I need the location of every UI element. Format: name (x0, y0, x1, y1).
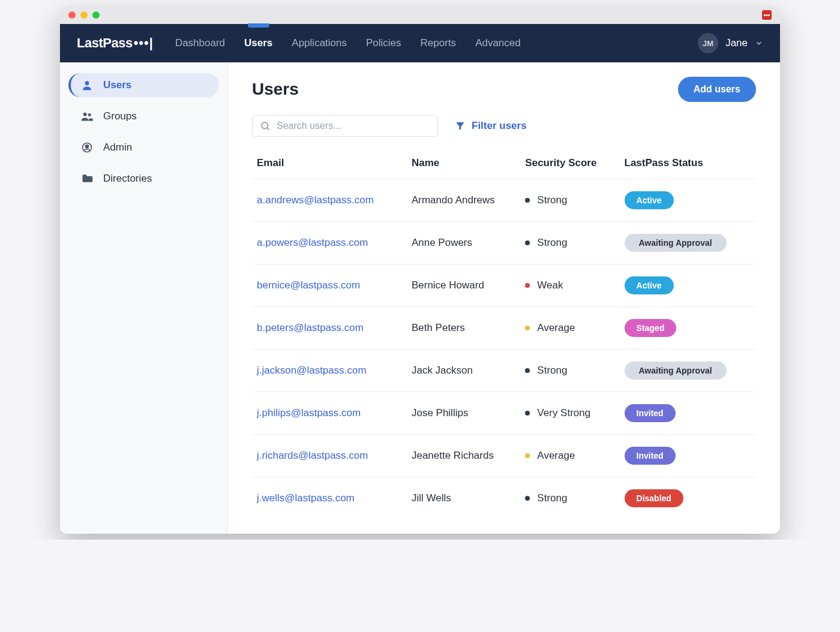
score-label: Average (537, 450, 575, 462)
svg-point-1 (83, 113, 87, 116)
nav-items: DashboardUsersApplicationsPoliciesReport… (175, 25, 521, 61)
search-icon (260, 121, 271, 131)
status-badge: Invited (625, 404, 676, 422)
filter-users-button[interactable]: Filter users (455, 120, 527, 132)
user-menu[interactable]: JM Jane (698, 33, 763, 53)
column-header[interactable]: Name (407, 151, 520, 179)
avatar: JM (698, 33, 718, 53)
sidebar: UsersGroupsAdminDirectories (60, 62, 228, 534)
user-email-link[interactable]: a.andrews@lastpass.com (257, 194, 374, 206)
score-dot-icon (525, 240, 530, 245)
admin-icon (80, 142, 94, 154)
security-score: Average (525, 450, 614, 462)
nav-item-advanced[interactable]: Advanced (475, 25, 521, 61)
filter-label: Filter users (472, 120, 527, 132)
app-window: ••• LastPass•••| DashboardUsersApplicati… (60, 6, 780, 534)
user-email-link[interactable]: a.powers@lastpass.com (257, 237, 368, 248)
score-dot-icon (525, 411, 530, 416)
user-email-link[interactable]: j.philips@lastpass.com (257, 407, 361, 419)
status-badge: Invited (625, 447, 676, 465)
sidebar-item-label: Admin (103, 142, 132, 154)
table-row[interactable]: bernice@lastpass.comBernice HowardWeakAc… (252, 264, 756, 307)
sidebar-item-label: Groups (103, 110, 137, 122)
page-title: Users (252, 80, 299, 99)
svg-point-0 (85, 81, 89, 85)
table-row[interactable]: j.jackson@lastpass.comJack JacksonStrong… (252, 350, 756, 392)
score-dot-icon (525, 198, 530, 203)
user-email-link[interactable]: bernice@lastpass.com (257, 279, 360, 291)
user-email-link[interactable]: j.jackson@lastpass.com (257, 365, 367, 376)
score-dot-icon (525, 496, 530, 501)
status-badge: Awaiting Approval (625, 234, 727, 252)
users-icon (80, 110, 94, 122)
score-dot-icon (525, 283, 530, 288)
user-name: Armando Andrews (407, 179, 520, 222)
nav-item-dashboard[interactable]: Dashboard (175, 25, 225, 61)
svg-point-4 (86, 145, 89, 148)
status-badge: Active (625, 191, 674, 209)
user-name: Anne Powers (407, 222, 520, 264)
main-content: Users Add users Filter users EmailNameSe… (228, 62, 780, 534)
lastpass-extension-icon[interactable]: ••• (762, 10, 772, 20)
folder-icon (80, 173, 94, 185)
sidebar-item-directories[interactable]: Directories (68, 167, 219, 191)
score-dot-icon (525, 368, 530, 373)
user-name: Jill Wells (407, 477, 520, 520)
table-row[interactable]: b.peters@lastpass.comBeth PetersAverageS… (252, 307, 756, 350)
title-bar: ••• (60, 6, 780, 24)
top-nav: LastPass•••| DashboardUsersApplicationsP… (60, 24, 780, 62)
fullscreen-window-icon[interactable] (92, 11, 100, 19)
score-label: Weak (537, 279, 563, 291)
score-dot-icon (525, 453, 530, 458)
svg-line-6 (267, 128, 269, 130)
user-email-link[interactable]: j.wells@lastpass.com (257, 492, 355, 504)
column-header[interactable]: Security Score (520, 151, 619, 179)
table-header-row: EmailNameSecurity ScoreLastPass Status (252, 151, 756, 179)
security-score: Strong (525, 492, 614, 504)
column-header[interactable]: LastPass Status (620, 151, 756, 179)
status-badge: Disabled (625, 489, 683, 507)
chevron-down-icon (755, 39, 763, 47)
table-row[interactable]: j.richards@lastpass.comJeanette Richards… (252, 435, 756, 477)
table-row[interactable]: j.philips@lastpass.comJose PhillipsVery … (252, 392, 756, 435)
main-header: Users Add users (252, 77, 756, 102)
score-label: Average (537, 322, 575, 334)
user-name: Bernice Howard (407, 264, 520, 307)
sidebar-item-users[interactable]: Users (68, 73, 219, 97)
sidebar-item-label: Users (103, 79, 131, 91)
nav-item-applications[interactable]: Applications (292, 25, 347, 61)
brand-logo[interactable]: LastPass•••| (77, 35, 154, 51)
security-score: Strong (525, 194, 614, 206)
column-header[interactable]: Email (252, 151, 407, 179)
user-name: Beth Peters (407, 307, 520, 350)
nav-item-policies[interactable]: Policies (366, 25, 401, 61)
filter-icon (455, 121, 466, 131)
table-body: a.andrews@lastpass.comArmando AndrewsStr… (252, 179, 756, 520)
table-row[interactable]: a.powers@lastpass.comAnne PowersStrongAw… (252, 222, 756, 264)
table-row[interactable]: a.andrews@lastpass.comArmando AndrewsStr… (252, 179, 756, 222)
nav-item-reports[interactable]: Reports (421, 25, 457, 61)
search-input[interactable] (277, 121, 430, 131)
user-name: Jack Jackson (407, 350, 520, 392)
table-controls: Filter users (252, 115, 756, 137)
security-score: Strong (525, 237, 614, 249)
nav-item-users[interactable]: Users (244, 25, 272, 61)
search-input-wrap[interactable] (252, 115, 438, 137)
add-users-button[interactable]: Add users (678, 77, 756, 102)
users-table: EmailNameSecurity ScoreLastPass Status a… (252, 151, 756, 519)
score-label: Strong (537, 194, 567, 206)
score-dot-icon (525, 326, 530, 330)
svg-point-5 (262, 122, 268, 129)
user-email-link[interactable]: b.peters@lastpass.com (257, 322, 364, 333)
sidebar-item-admin[interactable]: Admin (68, 136, 219, 159)
user-email-link[interactable]: j.richards@lastpass.com (257, 450, 368, 461)
security-score: Very Strong (525, 407, 614, 419)
score-label: Strong (537, 237, 567, 249)
sidebar-item-label: Directories (103, 173, 152, 185)
security-score: Average (525, 322, 614, 334)
close-window-icon[interactable] (68, 11, 76, 19)
sidebar-item-groups[interactable]: Groups (68, 104, 219, 128)
status-badge: Staged (625, 319, 677, 337)
table-row[interactable]: j.wells@lastpass.comJill WellsStrongDisa… (252, 477, 756, 520)
minimize-window-icon[interactable] (80, 11, 88, 19)
